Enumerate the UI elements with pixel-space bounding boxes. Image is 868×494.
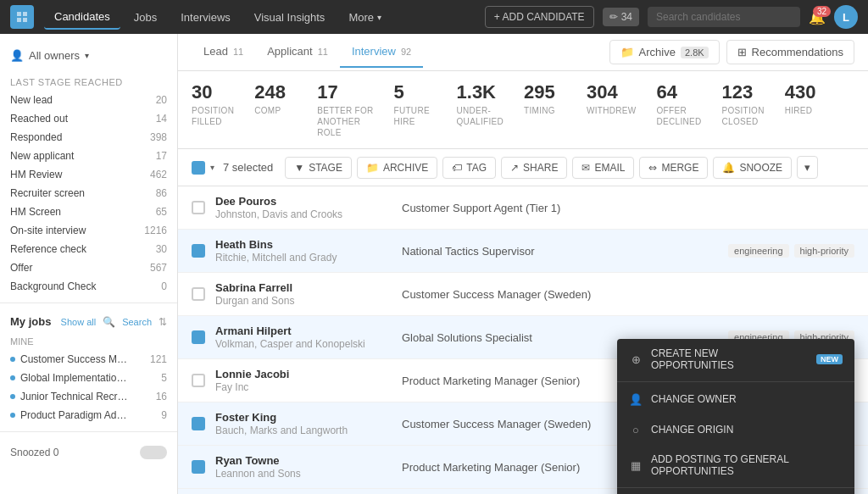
sidebar-stage-row[interactable]: HM Screen65 [0,203,177,221]
nav-interviews[interactable]: Interviews [170,6,241,29]
tabs-right: 📁 Archive 2.8K ⊞ Recommendations [609,40,854,64]
row-checkbox[interactable] [192,374,205,387]
stat-item: 1.3KUNDER- QUALIFIED [457,81,504,138]
candidate-info: Heath Bins Ritchie, Mitchell and Grady [215,238,402,264]
main-tabs: Lead11Applicant11Interview92 [192,36,423,68]
context-menu-item-0[interactable]: ⊕ CREATE NEW OPPORTUNITIES NEW [617,339,854,380]
context-menu-label: CHANGE OWNER [651,393,737,405]
sidebar-stage-row[interactable]: Background Check0 [0,277,177,296]
sidebar-stage-row[interactable]: Reference check30 [0,240,177,258]
nav-visual-insights[interactable]: Visual Insights [244,6,336,29]
toolbar-stage-button[interactable]: ▼STAGE [285,157,352,179]
candidate-row[interactable]: Heath Bins Ritchie, Mitchell and Grady N… [178,230,868,273]
candidate-info: Armani Hilpert Volkman, Casper and Konop… [215,325,402,350]
toolbar-more-button[interactable]: ▾ [797,156,818,179]
candidate-info: Foster King Bauch, Marks and Langworth [215,411,402,436]
job-row[interactable]: Customer Success Manager (…121 [0,350,177,369]
toolbar: ▾ 7 selected ▼STAGE📁ARCHIVE🏷TAG↗SHARE✉EM… [178,149,868,186]
context-menu-icon: 👤 [629,392,643,406]
edit-badge[interactable]: ✏ 34 [603,8,639,26]
toolbar-tag-button[interactable]: 🏷TAG [442,157,496,179]
toolbar-merge-button[interactable]: ⇔MERGE [639,157,708,179]
user-avatar[interactable]: L [834,5,858,29]
tab-applicant[interactable]: Applicant11 [255,36,340,68]
nav-jobs[interactable]: Jobs [124,6,167,29]
tag-pill: engineering [728,244,789,258]
stat-item: 17BETTER FOR ANOTHER ROLE [317,81,373,138]
job-list: Customer Success Manager (…121Global Imp… [0,350,177,425]
select-all-checkbox[interactable] [192,161,205,175]
candidate-name: Foster King [215,411,402,424]
stat-item: 30POSITION FILLED [192,81,234,138]
context-menu-item-2[interactable]: ○ CHANGE ORIGIN [617,414,854,445]
candidate-name: Ryan Towne [215,454,402,467]
sidebar-stage-row[interactable]: New lead20 [0,91,177,109]
context-menu-item-1[interactable]: 👤 CHANGE OWNER [617,384,854,414]
candidate-company: Ritchie, Mitchell and Grady [215,252,402,264]
candidate-name: Sabrina Farrell [215,281,402,294]
row-checkbox[interactable] [192,417,205,430]
tab-lead[interactable]: Lead11 [192,36,255,68]
stat-item: 295TIMING [524,81,566,138]
owner-dropdown-icon: ▾ [85,51,89,60]
sidebar-stage-row[interactable]: HM Review462 [0,165,177,184]
candidate-info: Dee Pouros Johnston, Davis and Crooks [215,195,402,220]
candidate-name: Heath Bins [215,238,402,251]
candidate-name: Armani Hilpert [215,325,402,337]
archive-icon: 📁 [620,46,634,58]
nav-candidates[interactable]: Candidates [44,5,120,30]
job-row[interactable]: Product Paradigm Administrator9 [0,406,177,425]
row-checkbox[interactable] [192,330,205,344]
candidate-row[interactable]: Sabrina Farrell Durgan and Sons Customer… [178,273,868,316]
owner-label: All owners [29,49,80,62]
sidebar-stage-row[interactable]: New applicant17 [0,147,177,165]
search-input[interactable] [648,7,800,27]
archive-tab[interactable]: 📁 Archive 2.8K [609,40,720,64]
toolbar-email-button[interactable]: ✉EMAIL [572,157,634,179]
context-menu-item-3[interactable]: ▦ ADD POSTING TO GENERAL OPPORTUNITIES [617,445,854,486]
sidebar-stage-row[interactable]: On-site interview1216 [0,221,177,240]
context-menu-label: CREATE NEW OPPORTUNITIES [651,347,803,371]
stage-list: New lead20Reached out14Responded398New a… [0,91,177,296]
nav-more[interactable]: More ▾ [338,6,392,29]
sidebar-stage-row[interactable]: Offer567 [0,258,177,277]
row-checkbox[interactable] [192,287,205,301]
candidate-company: Fay Inc [215,381,402,393]
my-jobs-title: My jobs [10,315,51,328]
row-checkbox[interactable] [192,244,205,258]
candidate-company: Volkman, Casper and Konopelski [215,338,402,350]
context-menu: ⊕ CREATE NEW OPPORTUNITIES NEW 👤 CHANGE … [617,339,854,494]
toolbar-archive-button[interactable]: 📁ARCHIVE [357,157,437,179]
row-checkbox[interactable] [192,460,205,474]
toolbar-snooze-button[interactable]: 🔔SNOOZE [713,157,792,179]
sidebar-stage-row[interactable]: Reached out14 [0,109,177,128]
add-candidate-button[interactable]: + ADD CANDIDATE [485,6,594,28]
sidebar-stage-row[interactable]: Recruiter screen86 [0,184,177,203]
candidate-company: Bauch, Marks and Langworth [215,425,402,436]
dropdown-icon-small[interactable]: ▾ [210,163,214,172]
candidate-row[interactable]: Dee Pouros Johnston, Davis and Crooks Cu… [178,186,868,230]
context-menu-item-4[interactable]: ⊗ CANCEL CAMPAIGNS [617,490,854,494]
search-icon[interactable]: 🔍 [103,316,115,328]
job-row[interactable]: Junior Technical Recruiter16 [0,387,177,406]
my-jobs-actions: Show all 🔍 Search ⇅ [61,316,167,328]
archive-count: 2.8K [681,47,709,58]
recommendations-tab[interactable]: ⊞ Recommendations [726,40,854,64]
sidebar-stage-row[interactable]: Responded398 [0,128,177,147]
job-row[interactable]: Global Implementation Coordin…5 [0,369,177,387]
search-link[interactable]: Search [122,317,152,327]
snoozed-toggle[interactable] [140,446,167,459]
show-all-link[interactable]: Show all [61,317,97,327]
candidate-info: Lonnie Jacobi Fay Inc [215,368,402,393]
notification-button[interactable]: 🔔 32 [809,9,826,25]
stat-item: 5FUTURE HIRE [394,81,437,138]
sort-icon[interactable]: ⇅ [159,316,167,328]
context-menu-label: CHANGE ORIGIN [651,424,733,436]
toolbar-share-button[interactable]: ↗SHARE [501,157,567,179]
stat-item: 123POSITION CLOSED [722,81,765,138]
row-checkbox[interactable] [192,201,205,214]
tab-interview[interactable]: Interview92 [340,36,423,68]
owner-filter[interactable]: 👤 All owners ▾ [0,44,177,70]
stat-item: 304WITHDREW [587,81,637,138]
top-nav: Candidates Jobs Interviews Visual Insigh… [0,0,868,34]
